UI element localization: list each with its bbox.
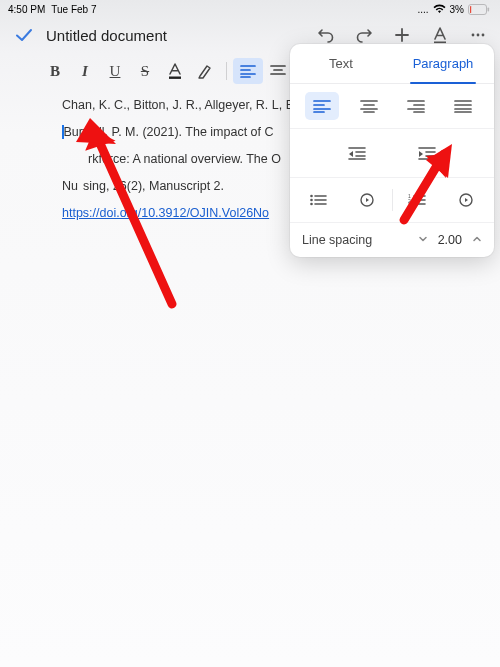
line-spacing-label: Line spacing — [302, 233, 372, 247]
bulleted-list-options-button[interactable] — [350, 186, 384, 214]
status-date: Tue Feb 7 — [51, 4, 96, 15]
strike-button[interactable]: S — [130, 58, 160, 84]
svg-rect-0 — [469, 4, 487, 14]
battery-icon — [468, 4, 490, 15]
chevron-down-icon[interactable] — [418, 233, 428, 247]
numbered-list-options-button[interactable] — [449, 186, 483, 214]
undo-button[interactable] — [316, 25, 336, 45]
insert-button[interactable] — [392, 25, 412, 45]
line-spacing-value: 2.00 — [438, 233, 462, 247]
align-justify-button[interactable] — [446, 92, 480, 120]
bullet-list-group — [294, 186, 392, 214]
svg-point-9 — [311, 199, 314, 202]
svg-point-6 — [482, 34, 485, 37]
svg-rect-7 — [169, 77, 181, 79]
header-actions — [316, 25, 488, 45]
svg-point-4 — [472, 34, 475, 37]
svg-rect-2 — [488, 7, 490, 11]
highlight-button[interactable] — [190, 58, 220, 84]
decrease-indent-button[interactable] — [340, 139, 374, 167]
doc-line-4b: sing, 26(2), Manuscript 2. — [78, 179, 224, 193]
text-cursor — [62, 125, 64, 139]
toolbar-divider — [226, 62, 227, 80]
status-left: 4:50 PM Tue Feb 7 — [8, 4, 96, 15]
text-color-button[interactable] — [160, 58, 190, 84]
alignment-row — [290, 84, 494, 129]
italic-button[interactable]: I — [70, 58, 100, 84]
battery-percent: 3% — [450, 4, 464, 15]
increase-indent-button[interactable] — [410, 139, 444, 167]
svg-point-5 — [477, 34, 480, 37]
doi-link[interactable]: https://doi.org/10.3912/OJIN.Vol26No — [62, 206, 269, 220]
bold-button[interactable]: B — [40, 58, 70, 84]
status-time: 4:50 PM — [8, 4, 45, 15]
chevron-up-icon[interactable] — [472, 233, 482, 247]
svg-point-10 — [311, 203, 314, 206]
svg-text:3: 3 — [408, 202, 411, 207]
doc-line-4a: Nu — [62, 179, 78, 193]
svg-rect-1 — [470, 6, 471, 13]
align-center-button[interactable] — [352, 92, 386, 120]
line-spacing-controls: 2.00 — [418, 233, 482, 247]
tab-text[interactable]: Text — [290, 44, 392, 83]
format-button[interactable] — [430, 25, 450, 45]
numbered-list-group: 123 — [393, 186, 491, 214]
underline-button[interactable]: U — [100, 58, 130, 84]
panel-tabs: Text Paragraph — [290, 44, 494, 84]
svg-point-8 — [311, 195, 314, 198]
svg-rect-3 — [434, 42, 446, 44]
bulleted-list-button[interactable] — [301, 186, 335, 214]
tab-paragraph[interactable]: Paragraph — [392, 44, 494, 83]
paragraph-panel: Text Paragraph — [290, 44, 494, 257]
doc-line-2-text: Burwell, P. M. (2021). The impact of C — [64, 125, 274, 139]
align-center-toolbar-button[interactable] — [263, 58, 293, 84]
doc-line-3-text: rkforce: A national overview. The O — [88, 152, 281, 166]
list-row: 123 — [290, 178, 494, 223]
numbered-list-button[interactable]: 123 — [400, 186, 434, 214]
signal-dots: .... — [417, 4, 428, 15]
done-button[interactable] — [12, 23, 36, 47]
indent-row — [290, 129, 494, 178]
line-spacing-row[interactable]: Line spacing 2.00 — [290, 223, 494, 257]
redo-button[interactable] — [354, 25, 374, 45]
align-right-button[interactable] — [399, 92, 433, 120]
status-right: .... 3% — [417, 4, 490, 15]
more-button[interactable] — [468, 25, 488, 45]
document-title[interactable]: Untitled document — [46, 27, 316, 44]
wifi-icon — [433, 4, 446, 14]
ios-status-bar: 4:50 PM Tue Feb 7 .... 3% — [0, 0, 500, 16]
align-left-toolbar-button[interactable] — [233, 58, 263, 84]
align-left-button[interactable] — [305, 92, 339, 120]
